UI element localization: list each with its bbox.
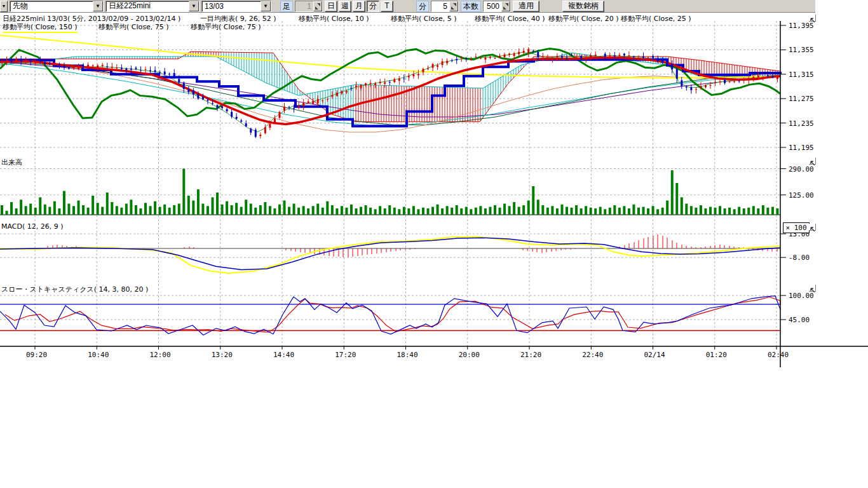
volume-bar — [197, 189, 200, 215]
instrument-type-combobox[interactable]: 先物 ▼ — [10, 1, 104, 12]
bar-interval-spinner[interactable]: 1 — [295, 1, 323, 12]
candle-body — [461, 57, 463, 58]
candle-body — [456, 59, 458, 60]
candle-body — [293, 108, 295, 109]
volume-bar — [116, 206, 118, 215]
volume-bar — [747, 208, 750, 215]
volume-bar — [537, 200, 539, 215]
combo-fragment-dropdown-icon[interactable]: ▼ — [0, 1, 8, 12]
volume-bar — [690, 206, 693, 215]
symbol-combobox[interactable]: 日経225mini ▼ — [105, 1, 200, 12]
candle-body — [374, 83, 376, 85]
dropdown-arrow-icon[interactable]: ▼ — [189, 1, 199, 11]
candle-body — [690, 87, 692, 90]
minute-spinner[interactable]: 5 — [431, 1, 459, 12]
volume-bar — [666, 201, 668, 215]
candle-body — [676, 69, 678, 79]
volume-bar — [67, 204, 70, 215]
axis-tick-label: 11,235 — [789, 119, 814, 128]
candle-body — [748, 79, 750, 80]
volume-bar — [484, 208, 487, 215]
candle-body — [30, 60, 32, 62]
candle-body — [63, 66, 65, 67]
volume-bar — [149, 206, 152, 215]
volume-bar — [48, 207, 51, 215]
candle-body — [518, 52, 520, 55]
bar-count-spinner[interactable]: 500 — [483, 1, 511, 12]
candle-body — [504, 55, 506, 57]
candle-body — [327, 99, 329, 100]
volume-bar — [700, 205, 702, 215]
period-button-分[interactable]: 分 — [367, 1, 379, 12]
candle-body — [226, 109, 228, 112]
dropdown-arrow-icon[interactable]: ▼ — [261, 1, 271, 11]
volume-bar — [29, 204, 32, 215]
candle-body — [183, 83, 185, 89]
volume-bar — [240, 207, 243, 215]
volume-bar — [671, 170, 674, 215]
candle-body — [729, 81, 731, 82]
pane-expand-icon[interactable] — [809, 158, 816, 165]
volume-bar — [187, 196, 190, 215]
volume-bar — [494, 205, 496, 215]
volume-bar — [446, 206, 449, 215]
period-button-週[interactable]: 週 — [339, 1, 351, 12]
candle-body — [757, 76, 759, 77]
volume-bar — [355, 208, 357, 215]
volume-bar — [331, 205, 334, 215]
candle-body — [738, 81, 740, 81]
candle-body — [695, 89, 697, 90]
dropdown-arrow-icon[interactable]: ▼ — [93, 1, 103, 11]
pane-expand-icon[interactable] — [809, 224, 816, 231]
candle-body — [508, 53, 510, 55]
volume-bar — [757, 208, 759, 215]
volume-bar — [704, 208, 707, 215]
volume-pane-label: 出来高 — [1, 158, 22, 167]
spin-updown-icon[interactable] — [313, 1, 322, 11]
volume-bar — [125, 204, 128, 215]
volume-bar — [499, 208, 501, 215]
volume-bar — [609, 208, 611, 215]
candle-body — [73, 67, 75, 68]
candle-body — [633, 57, 635, 57]
volume-bar — [374, 209, 377, 215]
candle-body — [393, 79, 395, 82]
contract-month-combobox[interactable]: 13/03 ▼ — [201, 1, 271, 12]
candle-body — [259, 135, 261, 136]
candle-body — [302, 103, 304, 106]
multi-symbol-button[interactable]: 複数銘柄 — [562, 1, 604, 12]
volume-bar — [618, 208, 621, 215]
candle-body — [202, 97, 204, 99]
volume-bar — [231, 205, 233, 215]
volume-bar — [628, 208, 630, 215]
candle-body — [207, 100, 208, 101]
period-button-月[interactable]: 月 — [353, 1, 365, 12]
candle-body — [752, 77, 754, 79]
spin-updown-icon[interactable] — [449, 1, 458, 11]
volume-bar — [226, 201, 228, 215]
volume-bar — [393, 208, 396, 215]
candle-body — [719, 81, 721, 82]
candle-body — [442, 61, 444, 65]
volume-bar — [182, 169, 185, 215]
volume-bar — [365, 205, 367, 215]
apply-button[interactable]: 適用 — [513, 1, 539, 12]
volume-bar — [556, 208, 559, 215]
volume-bar — [417, 209, 419, 215]
period-button-日[interactable]: 日 — [325, 1, 337, 12]
candle-body — [451, 60, 453, 61]
candle-body — [480, 58, 482, 58]
volume-bar — [130, 200, 132, 215]
volume-bar — [264, 202, 266, 215]
candle-body — [346, 92, 348, 93]
volume-bar — [58, 208, 60, 215]
macd-pane-label: MACD( 12, 26, 9 ) — [1, 222, 64, 231]
candle-body — [398, 79, 400, 81]
period-button-T[interactable]: T — [381, 1, 393, 12]
volume-bar — [144, 203, 147, 215]
spin-updown-icon[interactable] — [501, 1, 510, 11]
candle-body — [240, 120, 242, 121]
pane-expand-icon[interactable] — [809, 15, 816, 22]
pane-expand-icon[interactable] — [809, 285, 816, 292]
volume-bar — [221, 205, 224, 215]
